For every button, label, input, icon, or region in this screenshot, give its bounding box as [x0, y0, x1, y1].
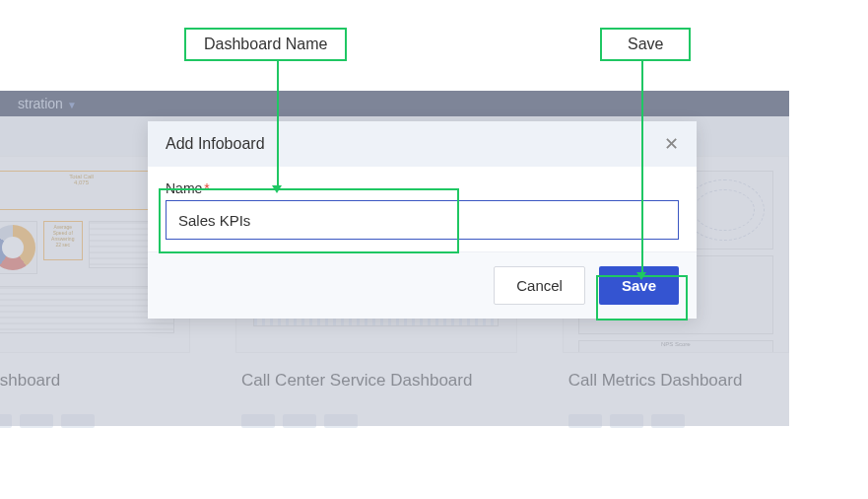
modal-header: Add Infoboard ✕ [148, 121, 697, 167]
name-field-label: Name* [166, 180, 679, 196]
card-action-pill[interactable] [568, 414, 602, 428]
dashboard-card-title: Call Center Service Dashboard [235, 371, 517, 391]
modal-title: Add Infoboard [166, 135, 265, 153]
callout-arrowhead-save [636, 272, 646, 280]
callout-save: Save [600, 28, 691, 61]
callout-arrowhead-name [272, 185, 282, 193]
top-nav: stration▼ [0, 91, 789, 116]
card-action-pill[interactable] [610, 414, 643, 428]
dashboard-card-title: Dashboard [0, 371, 190, 391]
card-action-pill[interactable] [324, 414, 358, 428]
close-icon[interactable]: ✕ [664, 135, 679, 153]
callout-arrow-save [641, 59, 643, 274]
name-input[interactable] [166, 200, 679, 240]
card-action-pill[interactable] [651, 414, 685, 428]
card-action-pill[interactable] [241, 414, 275, 428]
callout-dashboard-name: Dashboard Name [184, 28, 347, 61]
cancel-button[interactable]: Cancel [494, 266, 585, 305]
card-actions [0, 414, 190, 428]
modal-body: Name* [148, 167, 697, 251]
card-action-pill[interactable] [0, 414, 12, 428]
nav-item-truncated[interactable]: stration▼ [18, 96, 77, 111]
callout-arrow-name [277, 59, 279, 186]
card-actions [235, 414, 517, 428]
card-action-pill[interactable] [61, 414, 95, 428]
modal-footer: Cancel Save [148, 251, 697, 319]
card-action-pill[interactable] [20, 414, 53, 428]
add-infoboard-modal: Add Infoboard ✕ Name* Cancel Save [148, 121, 697, 319]
dashboard-card-title: Call Metrics Dashboard [563, 371, 789, 391]
chevron-down-icon: ▼ [67, 100, 77, 110]
card-action-pill[interactable] [283, 414, 316, 428]
card-actions [563, 414, 789, 428]
